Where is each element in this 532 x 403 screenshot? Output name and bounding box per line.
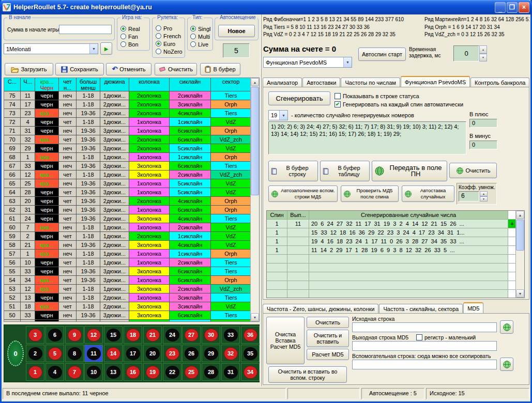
radio-roulette-french[interactable]: French bbox=[156, 32, 183, 40]
board-number-31[interactable]: 31 bbox=[221, 363, 240, 381]
helper-string-input[interactable] bbox=[352, 360, 497, 369]
radio-roulette-euro[interactable]: Euro bbox=[156, 40, 183, 48]
spins-row[interactable]: 7131черннеч19-363дюжи...1колонка6сиклайн… bbox=[4, 127, 251, 135]
delay-spinner[interactable]: ▲ ▼ bbox=[479, 45, 487, 61]
board-number-26[interactable]: 26 bbox=[182, 345, 201, 362]
tab-Функционал PsevdoMS[interactable]: Функционал PsevdoMS bbox=[401, 76, 470, 87]
radio-type-live[interactable]: Live bbox=[190, 40, 210, 48]
clear-paste-helper-button[interactable]: Очистить и вставить во вспом. строку bbox=[268, 366, 347, 383]
board-number-27[interactable]: 27 bbox=[182, 326, 201, 344]
tab-Анализатор[interactable]: Анализатор bbox=[263, 78, 302, 87]
board-number-9[interactable]: 9 bbox=[65, 326, 84, 344]
spins-row[interactable]: 5533черннеч19-363дюжи...3колонка6сиклайн… bbox=[4, 267, 251, 276]
radio-game-bon[interactable]: Bon bbox=[120, 40, 140, 48]
spins-row[interactable]: 6428чернчет19-363дюжи...1колонка5сиклайн… bbox=[4, 188, 251, 197]
board-number-34[interactable]: 34 bbox=[241, 363, 260, 381]
board-number-16[interactable]: 16 bbox=[124, 363, 142, 381]
minus-field[interactable]: 0 bbox=[469, 141, 497, 149]
mode-combo[interactable]: Функционал PsevdoMS ▼ bbox=[263, 57, 352, 68]
gen-row[interactable] bbox=[267, 255, 516, 264]
spins-row[interactable]: 5213черннеч1-182дюжи...1колонка3сиклайнT… bbox=[4, 293, 251, 302]
board-number-8[interactable]: 8 bbox=[65, 345, 84, 362]
board-number-25[interactable]: 25 bbox=[182, 363, 201, 381]
board-number-15[interactable]: 15 bbox=[104, 326, 123, 344]
spins-row[interactable]: 681кра...неч1-181дюжи...1колонка1сиклайн… bbox=[4, 153, 251, 162]
board-number-3[interactable]: 3 bbox=[26, 326, 44, 344]
spins-row[interactable]: 6733черннеч19-363дюжи...3колонка6сиклайн… bbox=[4, 162, 251, 171]
gen-row[interactable]: 115 33 12 18 16 36 29 22 23 3 24 4 17 23… bbox=[267, 228, 516, 237]
spins-row[interactable]: 6612кра...чет1-181дюжи...3колонка2сиклай… bbox=[4, 171, 251, 179]
board-number-35[interactable]: 35 bbox=[241, 345, 260, 362]
scroll-up-icon[interactable]: ▲ bbox=[251, 78, 259, 86]
undo-button[interactable]: ↶ Отменить bbox=[106, 63, 151, 75]
tab-Частота - Zero, шансы, дюжины, колонки[interactable]: Частота - Zero, шансы, дюжины, колонки bbox=[263, 304, 378, 314]
spins-column-header[interactable]: колонка bbox=[129, 78, 170, 91]
tab-Контроль банкрола[interactable]: Контроль банкрола bbox=[470, 78, 529, 87]
spins-row[interactable]: 607кра...неч1-181дюжи...1колонка2сиклайн… bbox=[4, 223, 251, 232]
transfer-button[interactable]: Передать в поле ПН bbox=[372, 161, 447, 181]
start-sum-input[interactable] bbox=[59, 25, 112, 34]
buffer-table-button[interactable]: В буфер таблицу bbox=[320, 161, 370, 181]
spins-column-header[interactable]: большменш bbox=[77, 78, 100, 91]
gen-row[interactable]: 111 14 2 29 17 1 28 19 6 9 3 8 12 32 26 … bbox=[267, 246, 516, 255]
radio-game-fan[interactable]: Fan bbox=[120, 33, 140, 40]
check-md5-button[interactable]: Проверить МД5 после спина bbox=[341, 185, 399, 202]
board-zero[interactable]: 0 bbox=[7, 340, 24, 366]
scroll-down-icon[interactable]: ▼ bbox=[251, 313, 259, 321]
gen-row[interactable] bbox=[267, 264, 516, 272]
chevron-down-icon[interactable]: ▼ bbox=[279, 111, 287, 120]
delay-value[interactable]: 0 bbox=[453, 45, 479, 61]
board-number-20[interactable]: 20 bbox=[143, 345, 162, 362]
checkbox-generate-each-spin[interactable]: Генерировать на каждый спин автоматическ… bbox=[335, 101, 463, 108]
helper-globe-button[interactable] bbox=[500, 358, 513, 371]
board-number-21[interactable]: 21 bbox=[143, 326, 162, 344]
generated-numbers-area[interactable]: 1) 20; 2) 6; 3) 24; 4) 27; 5) 32; 6) 11;… bbox=[268, 121, 466, 154]
checkbox-register[interactable]: регистр - маленький bbox=[416, 334, 476, 341]
generate-button[interactable]: Сгенерировать bbox=[268, 91, 330, 105]
scroll-thumb[interactable] bbox=[251, 87, 259, 195]
plus-field[interactable]: 0 bbox=[469, 119, 497, 128]
minimize-button[interactable]: _ bbox=[495, 2, 506, 13]
board-number-33[interactable]: 33 bbox=[221, 326, 240, 344]
spins-row[interactable]: 7417черннеч1-182дюжи...2колонка3сиклайнO… bbox=[4, 100, 251, 109]
board-number-29[interactable]: 29 bbox=[202, 345, 220, 362]
spins-row[interactable]: 5033черннеч19-363дюжи...3колонка6сиклайн… bbox=[4, 311, 251, 320]
spins-column-header[interactable]: дюжина bbox=[100, 78, 129, 91]
clear-generated-button[interactable]: Очистить bbox=[449, 163, 497, 178]
board-number-4[interactable]: 4 bbox=[45, 363, 64, 381]
radio-roulette-pro[interactable]: Pro bbox=[156, 24, 183, 32]
spins-row[interactable]: 6929черннеч19-363дюжи...2колонка5сиклайн… bbox=[4, 144, 251, 153]
new-autoshift-button[interactable]: Новое bbox=[218, 25, 255, 37]
board-number-22[interactable]: 22 bbox=[163, 363, 181, 381]
spins-row[interactable]: 5821кра...неч19-362дюжи...3колонка4сикла… bbox=[4, 241, 251, 250]
board-number-23[interactable]: 23 bbox=[163, 345, 181, 362]
md5-big-button[interactable]: Очистка Вставка Расчет MD5 bbox=[266, 317, 305, 364]
spins-row[interactable]: 7511черннеч1-181дюжи...2колонка2сиклайнT… bbox=[4, 91, 251, 100]
spin-up-icon[interactable]: ▲ bbox=[479, 45, 487, 54]
board-number-5[interactable]: 5 bbox=[45, 345, 64, 362]
board-number-11[interactable]: 11 bbox=[84, 345, 103, 362]
autofill-md5-button[interactable]: Автозаполнение вспом. строки МД5 bbox=[268, 185, 338, 202]
board-number-18[interactable]: 18 bbox=[124, 326, 142, 344]
tab-Частота - сиклайны, сектора[interactable]: Частота - сиклайны, сектора bbox=[379, 304, 463, 314]
spins-row[interactable]: 7323кра...неч19-362дюжи...2колонка4сикла… bbox=[4, 109, 251, 118]
spins-row[interactable]: 6525кра...неч19-363дюжи...1колонка5сикла… bbox=[4, 179, 251, 188]
radio-roulette-nozero[interactable]: NoZero bbox=[156, 48, 183, 55]
scroll-up-icon[interactable]: ▲ bbox=[516, 211, 524, 219]
spins-column-header[interactable]: Ч... bbox=[21, 78, 35, 91]
spin-down-icon[interactable]: ▼ bbox=[479, 54, 487, 62]
spins-row[interactable]: 5312кра...чет1-181дюжи...3колонка2сиклай… bbox=[4, 285, 251, 293]
board-number-1[interactable]: 1 bbox=[26, 363, 44, 381]
checkbox-show-status[interactable]: Показывать в строке статуса bbox=[335, 92, 419, 100]
gen-row[interactable] bbox=[267, 272, 516, 281]
generated-scrollbar[interactable]: ▲ ▼ bbox=[515, 211, 524, 298]
board-number-36[interactable]: 36 bbox=[241, 326, 260, 344]
coef-value[interactable]: 6 bbox=[459, 191, 479, 202]
spins-row[interactable]: 6231черннеч19-363дюжи...1колонка6сиклайн… bbox=[4, 206, 251, 214]
spins-row[interactable]: 6124чернчет19-362дюжи...3колонка4сиклайн… bbox=[4, 214, 251, 223]
gen-row[interactable] bbox=[267, 290, 516, 298]
spins-column-header[interactable]: сектор bbox=[211, 78, 251, 91]
run-button[interactable]: ▶ bbox=[100, 42, 112, 55]
board-number-13[interactable]: 13 bbox=[104, 363, 123, 381]
maximize-button[interactable]: ❐ bbox=[507, 2, 518, 13]
